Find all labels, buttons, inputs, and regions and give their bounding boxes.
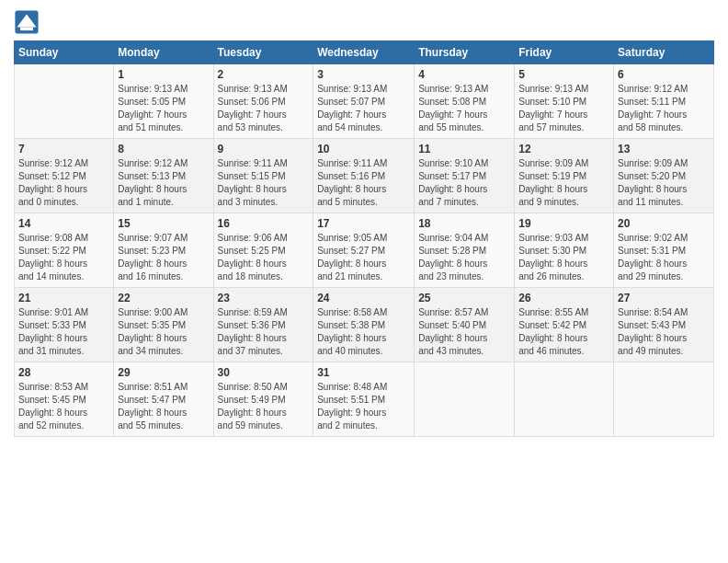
sunset-text: Sunset: 5:13 PM — [118, 171, 186, 181]
day-number: 30 — [218, 366, 310, 379]
sunset-text: Sunset: 5:36 PM — [218, 320, 286, 330]
daylight-line1: Daylight: 8 hours — [418, 333, 487, 343]
day-number: 17 — [317, 217, 410, 230]
calendar-cell: 25Sunrise: 8:57 AMSunset: 5:40 PMDayligh… — [415, 288, 515, 362]
week-row-4: 21Sunrise: 9:01 AMSunset: 5:33 PMDayligh… — [15, 288, 714, 362]
day-number: 26 — [518, 292, 609, 304]
sunset-text: Sunset: 5:12 PM — [18, 171, 86, 181]
sunset-text: Sunset: 5:51 PM — [317, 395, 385, 405]
day-info: Sunrise: 8:53 AMSunset: 5:45 PMDaylight:… — [18, 381, 109, 432]
day-info: Sunrise: 9:13 AMSunset: 5:05 PMDaylight:… — [118, 83, 209, 134]
sunset-text: Sunset: 5:07 PM — [317, 97, 385, 107]
week-row-5: 28Sunrise: 8:53 AMSunset: 5:45 PMDayligh… — [15, 362, 714, 437]
week-row-3: 14Sunrise: 9:08 AMSunset: 5:22 PMDayligh… — [15, 213, 714, 288]
daylight-line2: and 14 minutes. — [18, 271, 84, 282]
svg-rect-2 — [20, 28, 33, 30]
day-info: Sunrise: 8:55 AMSunset: 5:42 PMDaylight:… — [518, 306, 609, 358]
day-info: Sunrise: 8:59 AMSunset: 5:36 PMDaylight:… — [218, 306, 310, 358]
daylight-line1: Daylight: 8 hours — [18, 259, 87, 269]
daylight-line2: and 2 minutes. — [317, 420, 378, 431]
sunrise-text: Sunrise: 9:10 AM — [418, 158, 488, 168]
daylight-line2: and 29 minutes. — [618, 271, 683, 282]
day-number: 16 — [218, 217, 310, 230]
sunrise-text: Sunrise: 8:54 AM — [618, 307, 688, 317]
calendar-cell: 18Sunrise: 9:04 AMSunset: 5:28 PMDayligh… — [415, 213, 515, 288]
day-info: Sunrise: 9:05 AMSunset: 5:27 PMDaylight:… — [317, 232, 410, 283]
calendar-cell: 21Sunrise: 9:01 AMSunset: 5:33 PMDayligh… — [15, 288, 114, 362]
sunset-text: Sunset: 5:28 PM — [418, 246, 486, 256]
daylight-line1: Daylight: 8 hours — [418, 184, 487, 194]
logo-icon — [14, 9, 40, 35]
daylight-line1: Daylight: 8 hours — [518, 333, 587, 343]
daylight-line1: Daylight: 8 hours — [618, 259, 687, 269]
calendar-cell: 1Sunrise: 9:13 AMSunset: 5:05 PMDaylight… — [114, 64, 213, 139]
daylight-line2: and 21 minutes. — [317, 271, 382, 282]
daylight-line2: and 37 minutes. — [218, 346, 283, 356]
sunrise-text: Sunrise: 9:12 AM — [118, 158, 188, 168]
daylight-line2: and 46 minutes. — [518, 346, 584, 356]
day-info: Sunrise: 9:11 AMSunset: 5:16 PMDaylight:… — [317, 157, 410, 209]
day-info: Sunrise: 9:02 AMSunset: 5:31 PMDaylight:… — [618, 232, 710, 283]
logo — [14, 9, 43, 35]
calendar-cell — [515, 362, 614, 437]
sunrise-text: Sunrise: 8:59 AM — [218, 307, 288, 317]
day-number: 3 — [317, 68, 410, 81]
day-number: 6 — [618, 68, 710, 81]
sunrise-text: Sunrise: 9:08 AM — [18, 233, 88, 243]
day-info: Sunrise: 9:12 AMSunset: 5:13 PMDaylight:… — [118, 157, 209, 209]
sunrise-text: Sunrise: 9:13 AM — [118, 84, 188, 94]
day-number: 24 — [317, 292, 410, 304]
week-row-1: 1Sunrise: 9:13 AMSunset: 5:05 PMDaylight… — [15, 64, 714, 139]
sunset-text: Sunset: 5:17 PM — [418, 171, 486, 181]
day-info: Sunrise: 9:00 AMSunset: 5:35 PMDaylight:… — [118, 306, 209, 358]
calendar-cell: 29Sunrise: 8:51 AMSunset: 5:47 PMDayligh… — [114, 362, 213, 437]
day-number: 13 — [618, 143, 710, 155]
sunset-text: Sunset: 5:05 PM — [118, 97, 186, 107]
daylight-line1: Daylight: 8 hours — [118, 259, 187, 269]
daylight-line1: Daylight: 7 hours — [418, 109, 487, 120]
day-info: Sunrise: 8:48 AMSunset: 5:51 PMDaylight:… — [317, 381, 410, 432]
sunrise-text: Sunrise: 9:09 AM — [618, 158, 688, 168]
day-info: Sunrise: 9:09 AMSunset: 5:20 PMDaylight:… — [618, 157, 710, 209]
day-info: Sunrise: 8:58 AMSunset: 5:38 PMDaylight:… — [317, 306, 410, 358]
daylight-line2: and 23 minutes. — [418, 271, 483, 282]
daylight-line1: Daylight: 8 hours — [317, 259, 386, 269]
daylight-line2: and 52 minutes. — [18, 420, 84, 431]
calendar-cell: 7Sunrise: 9:12 AMSunset: 5:12 PMDaylight… — [15, 139, 114, 213]
calendar-cell: 16Sunrise: 9:06 AMSunset: 5:25 PMDayligh… — [213, 213, 313, 288]
daylight-line1: Daylight: 7 hours — [317, 109, 386, 120]
sunset-text: Sunset: 5:25 PM — [218, 246, 286, 256]
day-number: 4 — [418, 68, 510, 81]
sunset-text: Sunset: 5:08 PM — [418, 97, 486, 107]
daylight-line1: Daylight: 7 hours — [118, 109, 187, 120]
daylight-line1: Daylight: 8 hours — [218, 184, 287, 194]
sunrise-text: Sunrise: 8:51 AM — [118, 382, 188, 392]
daylight-line2: and 3 minutes. — [218, 197, 279, 207]
calendar-cell: 10Sunrise: 9:11 AMSunset: 5:16 PMDayligh… — [313, 139, 415, 213]
day-info: Sunrise: 9:06 AMSunset: 5:25 PMDaylight:… — [218, 232, 310, 283]
daylight-line1: Daylight: 8 hours — [218, 333, 287, 343]
sunset-text: Sunset: 5:40 PM — [418, 320, 486, 330]
sunset-text: Sunset: 5:15 PM — [218, 171, 286, 181]
sunrise-text: Sunrise: 8:57 AM — [418, 307, 488, 317]
calendar-cell: 30Sunrise: 8:50 AMSunset: 5:49 PMDayligh… — [213, 362, 313, 437]
daylight-line2: and 9 minutes. — [518, 197, 579, 207]
daylight-line1: Daylight: 7 hours — [518, 109, 587, 120]
day-number: 8 — [118, 143, 209, 155]
calendar-cell: 22Sunrise: 9:00 AMSunset: 5:35 PMDayligh… — [114, 288, 213, 362]
daylight-line2: and 49 minutes. — [618, 346, 683, 356]
calendar-cell — [15, 64, 114, 139]
calendar-cell: 23Sunrise: 8:59 AMSunset: 5:36 PMDayligh… — [213, 288, 313, 362]
day-info: Sunrise: 9:12 AMSunset: 5:12 PMDaylight:… — [18, 157, 109, 209]
sunset-text: Sunset: 5:33 PM — [18, 320, 86, 330]
daylight-line1: Daylight: 8 hours — [118, 333, 187, 343]
day-number: 2 — [218, 68, 310, 81]
sunset-text: Sunset: 5:16 PM — [317, 171, 385, 181]
day-info: Sunrise: 9:07 AMSunset: 5:23 PMDaylight:… — [118, 232, 209, 283]
calendar-cell: 2Sunrise: 9:13 AMSunset: 5:06 PMDaylight… — [213, 64, 313, 139]
calendar-cell: 17Sunrise: 9:05 AMSunset: 5:27 PMDayligh… — [313, 213, 415, 288]
weekday-header-row: SundayMondayTuesdayWednesdayThursdayFrid… — [15, 41, 714, 64]
sunrise-text: Sunrise: 8:58 AM — [317, 307, 387, 317]
daylight-line2: and 55 minutes. — [418, 122, 483, 132]
day-number: 19 — [518, 217, 609, 230]
